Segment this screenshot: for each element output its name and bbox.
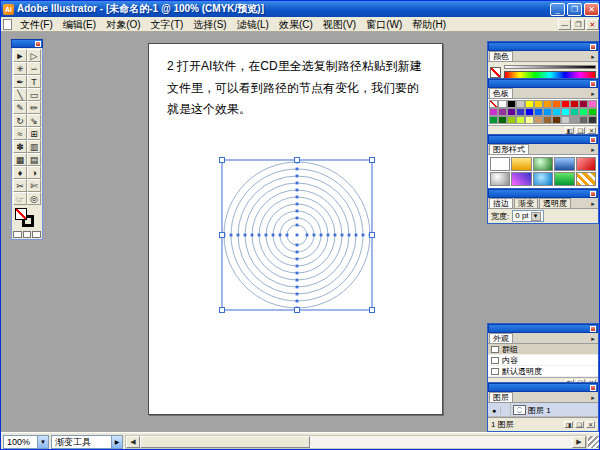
menu-item-10[interactable]: 帮助(H) <box>407 19 451 30</box>
direct-selection-tool-icon[interactable]: ▷ <box>27 49 41 62</box>
tab-appearance[interactable]: 外观 <box>489 333 513 343</box>
layers-mini-button[interactable]: ◨ <box>564 421 573 428</box>
scissors-tool-icon[interactable]: ✄ <box>27 179 41 192</box>
color-swatch[interactable] <box>552 108 561 116</box>
styles-palette-titlebar[interactable] <box>488 135 598 144</box>
color-swatch[interactable] <box>498 100 507 108</box>
layers-mini-button[interactable]: ✕ <box>586 421 595 428</box>
graph-tool-icon[interactable]: ▥ <box>27 140 41 153</box>
panel-menu-icon[interactable]: ▸ <box>588 200 598 208</box>
paintbrush-tool-icon[interactable]: ✎ <box>13 101 27 114</box>
zoom-tool-icon[interactable]: ◎ <box>27 192 41 205</box>
gradient-tool-icon[interactable]: ▤ <box>27 153 41 166</box>
color-swatch[interactable] <box>507 100 516 108</box>
palette-close-icon[interactable] <box>590 385 596 391</box>
scale-tool-icon[interactable]: ⇘ <box>27 114 41 127</box>
layer-row[interactable]: ●图层 1 <box>488 403 598 417</box>
appearance-row[interactable]: 群组 <box>488 344 598 355</box>
hand-tool-icon[interactable]: ☞ <box>13 192 27 205</box>
rectangle-tool-icon[interactable]: ▭ <box>27 88 41 101</box>
menu-item-4[interactable]: 文字(T) <box>146 19 189 30</box>
layers-palette-titlebar[interactable] <box>488 383 598 392</box>
screen-mode-fullscreen-menu-button[interactable] <box>23 231 32 238</box>
lasso-tool-icon[interactable]: ∽ <box>27 62 41 75</box>
color-palette-titlebar[interactable] <box>488 42 598 51</box>
maximize-button[interactable]: ❐ <box>567 3 582 16</box>
swatch-mini-button[interactable]: ❏ <box>576 127 585 134</box>
tab-transparency[interactable]: 透明度 <box>539 198 571 208</box>
color-swatch[interactable] <box>489 116 498 124</box>
magic-wand-tool-icon[interactable]: ✳ <box>13 62 27 75</box>
doc-close-button[interactable]: ✕ <box>586 19 599 30</box>
screen-mode-normal-button[interactable] <box>13 231 22 238</box>
panel-menu-icon[interactable]: ▸ <box>588 335 598 343</box>
none-color-swatch[interactable] <box>490 67 501 78</box>
color-swatch[interactable] <box>561 108 570 116</box>
menu-item-7[interactable]: 效果(C) <box>274 19 318 30</box>
free-transform-tool-icon[interactable]: ⊞ <box>27 127 41 140</box>
color-swatch[interactable] <box>489 100 498 108</box>
graphic-style-thumb[interactable] <box>511 157 531 171</box>
color-swatch[interactable] <box>579 108 588 116</box>
stroke-width-combo[interactable]: 0 pt ▼ <box>512 210 543 222</box>
lock-toggle-cell[interactable] <box>501 403 511 417</box>
chevron-down-icon[interactable]: ▼ <box>37 436 48 448</box>
graphic-style-thumb[interactable] <box>533 172 553 186</box>
color-swatch[interactable] <box>552 116 561 124</box>
horizontal-scrollbar[interactable]: ◀ ▶ <box>125 435 587 449</box>
status-tool-combo[interactable]: 渐变工具 ▶ <box>51 435 123 449</box>
color-swatch[interactable] <box>525 100 534 108</box>
concentric-circles-artwork[interactable] <box>149 44 442 414</box>
chevron-right-icon[interactable]: ▶ <box>111 436 122 448</box>
color-swatch[interactable] <box>588 108 597 116</box>
eyedropper-tool-icon[interactable]: ♦ <box>13 166 27 179</box>
swatch-mini-button[interactable]: ✕ <box>587 127 596 134</box>
color-swatch[interactable] <box>570 108 579 116</box>
graphic-style-thumb[interactable] <box>511 172 531 186</box>
scroll-left-icon[interactable]: ◀ <box>126 436 140 448</box>
palette-close-icon[interactable] <box>590 326 596 332</box>
color-swatch[interactable] <box>489 108 498 116</box>
tab-swatches[interactable]: 色板 <box>489 88 513 98</box>
panel-menu-icon[interactable]: ▸ <box>588 53 598 61</box>
stroke-palette-titlebar[interactable] <box>488 189 598 198</box>
menu-item-8[interactable]: 视图(V) <box>318 19 361 30</box>
color-swatch[interactable] <box>534 116 543 124</box>
color-swatch[interactable] <box>543 108 552 116</box>
graphic-style-thumb[interactable] <box>576 157 596 171</box>
color-swatch[interactable] <box>543 116 552 124</box>
symbol-sprayer-tool-icon[interactable]: ✽ <box>13 140 27 153</box>
color-swatch[interactable] <box>516 100 525 108</box>
palette-close-icon[interactable] <box>590 44 596 50</box>
palette-close-icon[interactable] <box>35 41 41 47</box>
menu-item-1[interactable]: 文件(F) <box>15 19 58 30</box>
color-swatch[interactable] <box>534 100 543 108</box>
doc-restore-button[interactable]: ❐ <box>572 19 585 30</box>
visibility-eye-icon[interactable]: ● <box>488 407 501 414</box>
pencil-tool-icon[interactable]: ✏ <box>27 101 41 114</box>
color-swatch[interactable] <box>588 116 597 124</box>
graphic-style-thumb[interactable] <box>533 157 553 171</box>
doc-minimize-button[interactable]: — <box>558 19 571 30</box>
minimize-button[interactable]: _ <box>550 3 565 16</box>
color-swatch[interactable] <box>570 116 579 124</box>
tab-graphic-styles[interactable]: 图形样式 <box>489 144 529 154</box>
color-slider[interactable] <box>504 65 596 69</box>
swatch-mini-button[interactable]: ◧ <box>565 127 574 134</box>
zoom-level-combo[interactable]: 100% ▼ <box>3 435 49 449</box>
menu-item-3[interactable]: 对象(O) <box>101 19 145 30</box>
color-swatch[interactable] <box>534 108 543 116</box>
tools-palette-titlebar[interactable] <box>11 39 43 48</box>
chevron-down-icon[interactable]: ▼ <box>531 212 541 221</box>
scrollbar-thumb[interactable] <box>140 436 310 448</box>
resize-grip[interactable] <box>588 436 600 448</box>
graphic-style-thumb[interactable] <box>490 172 510 186</box>
pen-tool-icon[interactable]: ✒ <box>13 75 27 88</box>
tab-gradient[interactable]: 渐变 <box>514 198 538 208</box>
graphic-style-thumb[interactable] <box>554 172 574 186</box>
palette-close-icon[interactable] <box>590 137 596 143</box>
appearance-row[interactable]: 默认透明度 <box>488 366 598 377</box>
color-swatch[interactable] <box>525 108 534 116</box>
warp-tool-icon[interactable]: ≈ <box>13 127 27 140</box>
color-swatch[interactable] <box>579 100 588 108</box>
